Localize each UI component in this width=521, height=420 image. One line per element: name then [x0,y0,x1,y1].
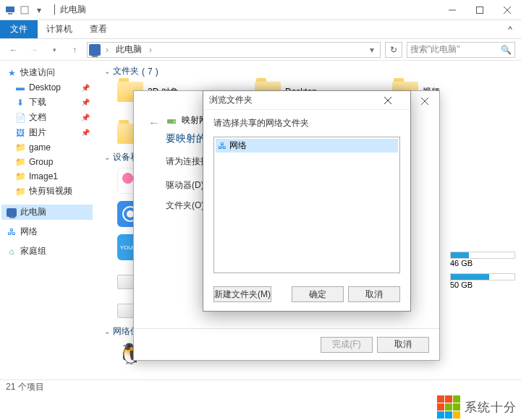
ok-button[interactable]: 确定 [292,286,344,302]
drive-usage-bar [450,273,515,280]
ribbon: 文件 计算机 查看 ^ [0,20,521,39]
tab-computer[interactable]: 计算机 [38,20,81,38]
pc-icon [89,44,101,56]
drive-usage-bar [450,252,515,259]
pc-icon [6,207,17,218]
sidebar-quickaccess[interactable]: ★快速访问 [1,65,93,80]
sidebar-item-downloads[interactable]: ⬇下载📌 [1,95,93,110]
picture-icon: 🖼 [14,127,26,139]
doc-icon: 📄 [14,112,26,124]
sidebar-item-kuaijian[interactable]: 📁快剪辑视频 [1,184,93,199]
search-placeholder: 搜索"此电脑" [410,43,460,56]
browse-folder-dialog: 浏览文件夹 请选择共享的网络文件夹 🖧 网络 新建文件夹(M) 确定 取消 [203,90,411,312]
folder-label: 文件夹(O): [166,200,208,212]
pc-icon [4,4,16,16]
drive-info-1: 46 GB [450,250,515,267]
cancel-button[interactable]: 取消 [348,286,400,302]
search-icon: 🔍 [501,45,512,55]
crumb-chevron-icon[interactable]: › [103,45,111,55]
sidebar-item-image1[interactable]: 📁Image1 [1,169,93,184]
back-button[interactable]: ← [6,42,22,58]
window-controls [439,0,521,20]
nav-sidebar: ★快速访问 ▬Desktop📌 ⬇下载📌 📄文档📌 🖼图片📌 📁game 📁Gr… [0,61,94,380]
crumb-thispc[interactable]: 此电脑 [114,43,144,56]
close-button[interactable] [494,0,521,20]
star-icon: ★ [6,67,17,79]
ms-logo-icon [437,395,460,419]
browse-titlebar: 浏览文件夹 [203,91,410,110]
browse-prompt: 请选择共享的网络文件夹 [213,117,400,129]
folder-icon: 📁 [14,186,26,197]
chevron-down-icon: ⌄ [104,67,110,75]
item-count: 21 个项目 [6,381,44,393]
wizard-close-button[interactable] [413,93,436,110]
svg-rect-0 [6,7,14,12]
new-folder-button[interactable]: 新建文件夹(M) [213,286,271,302]
sidebar-item-documents[interactable]: 📄文档📌 [1,110,93,125]
svg-rect-2 [21,7,28,14]
drive-free-label: 46 GB [450,259,515,267]
navigation-row: ← → ▾ ↑ › 此电脑 › ▾ ↻ 搜索"此电脑" 🔍 [0,39,521,61]
browse-close-button[interactable] [384,97,404,104]
tree-item-label: 网络 [229,140,247,152]
homegroup-icon: ⌂ [6,246,17,257]
browse-title: 浏览文件夹 [209,94,384,106]
folder-icon: 📁 [14,156,26,168]
search-input[interactable]: 搜索"此电脑" 🔍 [407,42,515,58]
svg-rect-1 [8,13,12,14]
window-title: │ 此电脑 [52,4,86,16]
sidebar-thispc[interactable]: 此电脑 [1,205,93,220]
wizard-back-button[interactable]: ← [148,116,160,328]
properties-icon[interactable] [19,4,30,16]
sidebar-homegroup[interactable]: ⌂家庭组 [1,244,93,259]
ribbon-expand-icon[interactable]: ^ [499,20,521,38]
network-icon: 🖧 [6,226,17,238]
browse-footer: 新建文件夹(M) 确定 取消 [203,280,410,311]
watermark: 系统十分 [437,395,517,419]
pin-icon: 📌 [81,129,90,137]
pin-icon: 📌 [81,98,90,106]
drive-free-label: 50 GB [450,280,515,289]
sidebar-network[interactable]: 🖧网络 [1,224,93,239]
tab-view[interactable]: 查看 [81,20,116,38]
cancel-button[interactable]: 取消 [377,337,429,353]
forward-button[interactable]: → [26,42,42,58]
maximize-button[interactable] [466,0,494,20]
qat-dropdown-icon[interactable]: ▾ [33,4,45,16]
recent-dropdown[interactable]: ▾ [46,42,62,58]
up-button[interactable]: ↑ [67,42,82,58]
download-icon: ⬇ [14,97,26,108]
titlebar: ▾ │ 此电脑 [0,0,521,20]
tree-item-network[interactable]: 🖧 网络 [216,139,398,153]
wizard-footer: 完成(F) 取消 [134,328,439,360]
chevron-down-icon: ⌄ [104,327,110,335]
desktop-icon: ▬ [14,82,26,93]
folder-tree[interactable]: 🖧 网络 [213,137,400,273]
address-bar[interactable]: › 此电脑 › ▾ [87,42,381,58]
crumb-chevron-icon[interactable]: › [147,45,154,55]
network-icon: 🖧 [218,141,226,151]
folder-icon: 📁 [14,142,26,153]
svg-rect-4 [477,7,483,13]
sidebar-item-game[interactable]: 📁game [1,140,93,155]
file-tab[interactable]: 文件 [0,20,38,38]
pin-icon: 📌 [81,113,90,121]
chevron-down-icon: ⌄ [104,153,110,161]
drive-icon [166,115,177,127]
refresh-button[interactable]: ↻ [385,42,402,58]
pin-icon: 📌 [81,84,90,92]
sidebar-item-group[interactable]: 📁Group [1,155,93,169]
drive-label: 驱动器(D): [166,179,208,192]
section-header-folders[interactable]: ⌄文件夹 (7) [104,65,511,77]
quick-access-toolbar: ▾ [4,4,45,16]
folder-icon: 📁 [14,171,26,182]
address-dropdown-icon[interactable]: ▾ [365,45,378,55]
minimize-button[interactable] [439,0,466,20]
watermark-text: 系统十分 [465,399,517,416]
finish-button[interactable]: 完成(F) [321,337,373,353]
sidebar-item-pictures[interactable]: 🖼图片📌 [1,125,93,140]
drive-info-2: 50 GB [450,272,515,289]
status-bar: 21 个项目 [0,380,521,394]
sidebar-item-desktop[interactable]: ▬Desktop📌 [1,80,93,95]
svg-point-12 [174,121,175,122]
